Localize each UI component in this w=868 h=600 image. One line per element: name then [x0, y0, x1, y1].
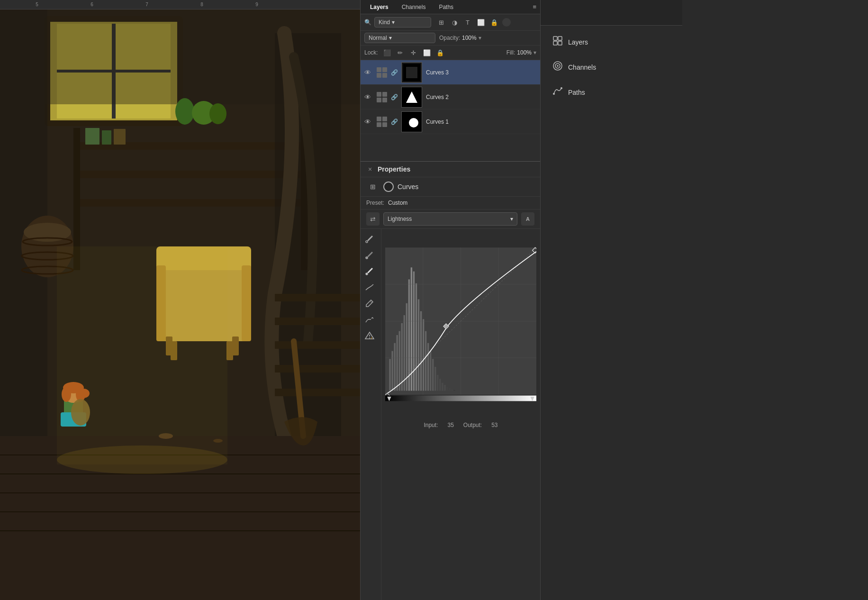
- fill-label: Fill:: [506, 49, 515, 56]
- lock-artboard-icon[interactable]: ⬜: [422, 47, 432, 58]
- swap-channels-button[interactable]: ⇄: [366, 212, 380, 226]
- svg-rect-74: [391, 351, 393, 391]
- blend-mode-dropdown[interactable]: Normal ▾: [364, 33, 435, 43]
- svg-rect-73: [389, 359, 390, 391]
- svg-rect-93: [437, 375, 438, 391]
- eyedropper-blacks-tool[interactable]: [362, 232, 377, 246]
- mask-icon[interactable]: [383, 182, 394, 192]
- layer-name-curves3: Curves 3: [426, 69, 536, 76]
- svg-rect-86: [420, 311, 422, 391]
- filter-toggle[interactable]: [502, 18, 511, 27]
- curves-graph-area[interactable]: Input: 35 Output: 53: [381, 229, 540, 600]
- tab-paths[interactable]: Paths: [433, 2, 459, 12]
- right-panel: Layers Channels Paths: [540, 0, 682, 600]
- lock-image-icon[interactable]: ✏: [395, 47, 406, 58]
- menu-icon[interactable]: ≡: [533, 3, 536, 10]
- svg-rect-57: [0, 9, 360, 600]
- eyedropper-whites-tool[interactable]: [362, 264, 377, 278]
- channel-dropdown[interactable]: Lightness ▾: [383, 212, 517, 226]
- curves-graph-container: !: [361, 229, 540, 600]
- thumbnail-curves2: [401, 87, 422, 108]
- svg-rect-94: [439, 379, 441, 391]
- opacity-value[interactable]: 100%: [462, 35, 477, 41]
- svg-rect-84: [416, 283, 417, 391]
- svg-rect-78: [401, 323, 403, 391]
- svg-rect-111: [385, 396, 536, 401]
- svg-point-67: [366, 273, 368, 275]
- ruler-mark-6: 6: [64, 0, 119, 7]
- right-panel-item-channels[interactable]: Channels: [544, 55, 678, 79]
- layers-icon: [552, 35, 563, 49]
- curves-label: Curves: [398, 183, 418, 191]
- right-panel-item-layers[interactable]: Layers: [544, 30, 678, 54]
- svg-point-122: [561, 87, 562, 89]
- filter-adjust-icon[interactable]: ◑: [449, 17, 460, 27]
- eye-icon-curves1[interactable]: 👁: [364, 118, 373, 126]
- properties-title: Properties: [378, 165, 410, 173]
- chevron-down-icon-channel: ▾: [510, 216, 513, 222]
- lock-position-icon[interactable]: ✛: [408, 47, 419, 58]
- chevron-down-icon-fill[interactable]: ▾: [533, 49, 536, 56]
- svg-rect-98: [449, 388, 450, 391]
- properties-panel: × Properties ⊞ Curves Preset: Custom ⇄ L…: [360, 161, 540, 600]
- kind-dropdown[interactable]: Kind ▾: [374, 17, 431, 27]
- svg-point-66: [366, 257, 368, 259]
- output-value[interactable]: 53: [491, 422, 497, 428]
- lock-pixels-icon[interactable]: ⬛: [382, 47, 392, 58]
- ruler-mark-8: 8: [174, 0, 229, 7]
- eyedropper-grays-tool[interactable]: [362, 248, 377, 262]
- pencil-draw-tool[interactable]: [362, 296, 377, 310]
- preset-value[interactable]: Custom: [388, 200, 407, 206]
- svg-rect-97: [446, 387, 448, 391]
- curve-draw-tool[interactable]: [362, 280, 377, 294]
- lock-all-icon[interactable]: 🔒: [435, 47, 445, 58]
- svg-rect-96: [444, 385, 445, 391]
- canvas-area: 5 6 7 8 9: [0, 0, 360, 600]
- curves-svg[interactable]: [385, 233, 536, 418]
- curves-tools-column: !: [361, 229, 381, 600]
- lock-icons: ⬛ ✏ ✛ ⬜ 🔒: [382, 47, 445, 58]
- filter-pixels-icon[interactable]: ⊞: [436, 17, 446, 27]
- filter-type-icon[interactable]: T: [462, 17, 473, 27]
- channel-value: Lightness: [388, 216, 412, 222]
- svg-rect-114: [553, 36, 557, 40]
- eye-icon-curves3[interactable]: 👁: [364, 69, 373, 76]
- svg-rect-89: [427, 343, 429, 391]
- ruler-mark-9: 9: [229, 0, 284, 7]
- ruler-mark-7: 7: [119, 0, 174, 7]
- channels-item-label: Channels: [568, 64, 596, 71]
- adjustment-grid-icon[interactable]: ⊞: [366, 180, 380, 193]
- close-button[interactable]: ×: [366, 165, 374, 173]
- right-panel-item-paths[interactable]: Paths: [544, 81, 678, 104]
- canvas-image: [0, 9, 360, 600]
- fill-value[interactable]: 100%: [517, 49, 532, 56]
- opacity-control: Opacity: 100% ▾: [439, 35, 481, 41]
- layers-panel-menu: ≡: [533, 3, 536, 10]
- chevron-down-icon: ▾: [392, 19, 395, 26]
- layer-name-curves2: Curves 2: [426, 94, 536, 100]
- warning-clipping-tool[interactable]: !: [362, 328, 377, 343]
- lock-label: Lock:: [364, 49, 378, 56]
- auto-button[interactable]: A: [521, 212, 534, 226]
- svg-rect-83: [413, 272, 415, 391]
- svg-point-70: [369, 337, 370, 338]
- eye-icon-curves2[interactable]: 👁: [364, 93, 373, 101]
- tab-channels[interactable]: Channels: [396, 2, 432, 12]
- svg-rect-92: [434, 367, 436, 391]
- input-value[interactable]: 35: [447, 422, 453, 428]
- ruler-marks: 5 6 7 8 9: [9, 0, 370, 7]
- layer-item-curves2[interactable]: 👁 🔗 Curves 2: [361, 85, 540, 109]
- svg-point-121: [553, 93, 555, 95]
- svg-rect-87: [423, 319, 424, 391]
- filter-smart-icon[interactable]: 🔒: [489, 17, 499, 27]
- smooth-curve-tool[interactable]: [362, 312, 377, 327]
- filter-shape-icon[interactable]: ⬜: [476, 17, 486, 27]
- layer-item-curves1[interactable]: 👁 🔗 Curves 1: [361, 109, 540, 134]
- layer-item-curves3[interactable]: 👁 🔗 Curves 3: [361, 60, 540, 85]
- lock-row: Lock: ⬛ ✏ ✛ ⬜ 🔒 Fill: 100% ▾: [361, 45, 540, 60]
- chevron-down-icon-opacity[interactable]: ▾: [479, 35, 481, 41]
- channel-row: ⇄ Lightness ▾ A: [361, 209, 540, 229]
- preset-label: Preset:: [366, 200, 384, 206]
- svg-rect-60: [406, 67, 417, 78]
- channels-icon: [552, 60, 563, 74]
